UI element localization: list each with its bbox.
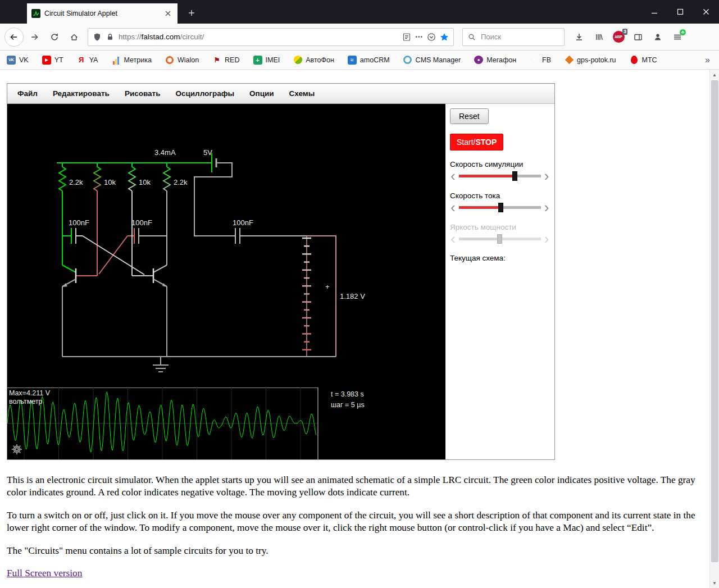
- bookmark-label: RED: [225, 56, 239, 64]
- avtofon-favicon: [293, 56, 302, 65]
- increase-arrow[interactable]: ›: [544, 170, 550, 181]
- scroll-up-arrow[interactable]: ▲: [710, 70, 719, 79]
- account-person-icon: [653, 33, 662, 42]
- resistor-10k-left[interactable]: [94, 167, 101, 191]
- menu-scopes[interactable]: Осциллографы: [175, 89, 234, 98]
- bookmark-facebook[interactable]: fFB: [530, 56, 551, 65]
- menu-edit[interactable]: Редактировать: [53, 89, 110, 98]
- bookmark-vk[interactable]: VKVK: [7, 56, 29, 65]
- article-paragraph-3: The "Circuits" menu contains a lot of sa…: [7, 545, 700, 557]
- reset-button[interactable]: Reset: [450, 108, 489, 124]
- new-tab-button[interactable]: [183, 4, 200, 21]
- window-controls: [641, 0, 719, 24]
- extension-badge-count: 3: [622, 29, 627, 35]
- scroll-down-arrow[interactable]: ▼: [710, 578, 719, 587]
- bookmark-wialon[interactable]: Wialon: [165, 56, 199, 65]
- simulation-speed-thumb[interactable]: [512, 171, 517, 181]
- bookmark-label: FB: [542, 56, 551, 64]
- capacitor-label: 100nF: [69, 218, 89, 227]
- bookmarks-overflow-button[interactable]: »: [705, 55, 712, 65]
- browser-tab[interactable]: Circuit Simulator Applet: [27, 3, 178, 24]
- decrease-arrow[interactable]: ‹: [450, 170, 456, 181]
- downloads-button[interactable]: [571, 29, 588, 45]
- output-load[interactable]: [302, 236, 336, 357]
- voltage-source[interactable]: [194, 158, 235, 236]
- menu-draw[interactable]: Рисовать: [125, 89, 161, 98]
- circuit-schematic: 3.4mA 5V 2.2k 10k 10k 2.2k 100nF 100nF 1…: [7, 104, 445, 388]
- scrollbar-thumb[interactable]: [711, 80, 718, 562]
- bookmark-gps-potok[interactable]: gps-potok.ru: [565, 56, 616, 65]
- resistor-2.2k-right[interactable]: [163, 167, 170, 191]
- imei-favicon: +: [253, 56, 262, 65]
- vertical-scrollbar[interactable]: ▲ ▼: [709, 70, 719, 588]
- wialon-favicon: [165, 56, 174, 65]
- maximize-button[interactable]: [667, 0, 693, 24]
- tracking-protection-shield-icon: [93, 33, 102, 42]
- oscilloscope[interactable]: Max=4.211 V вольтметр t = 3.983 s шаг = …: [7, 388, 445, 459]
- scope-time-value: t = 3.983 s: [331, 390, 364, 398]
- bookmark-mts[interactable]: МТС: [630, 56, 657, 65]
- bookmark-red[interactable]: ⚑RED: [212, 56, 239, 65]
- bookmark-label: МТС: [642, 56, 657, 64]
- search-input[interactable]: [480, 32, 559, 42]
- bookmark-imei[interactable]: +IMEI: [253, 56, 280, 65]
- minimize-button[interactable]: [641, 0, 667, 24]
- bookmark-megafon[interactable]: ●Мегафон: [474, 56, 516, 64]
- sidebar-button[interactable]: [630, 29, 647, 45]
- menu-file[interactable]: Файл: [17, 89, 38, 98]
- simulation-control-panel: Reset Start/STOP Скорость симуляции ‹ › …: [445, 104, 554, 459]
- account-button[interactable]: [649, 29, 666, 45]
- menu-options[interactable]: Опции: [249, 89, 274, 98]
- tab-favicon: [31, 9, 40, 18]
- extension-button[interactable]: АВР 3: [610, 29, 627, 45]
- increase-arrow[interactable]: ›: [544, 202, 550, 213]
- url-scheme: https://: [119, 33, 142, 41]
- current-speed-thumb[interactable]: [498, 203, 503, 212]
- resistor-10k-right[interactable]: [129, 167, 135, 191]
- menu-circuits[interactable]: Схемы: [289, 89, 315, 98]
- page-actions-icon[interactable]: •••: [415, 34, 423, 40]
- current-speed-track[interactable]: [459, 206, 541, 209]
- download-icon: [575, 33, 584, 42]
- resistor-label: 2.2k: [69, 178, 83, 186]
- voltmeter-plus-label: +: [325, 282, 330, 291]
- page-article: This is an electronic circuit simulator.…: [7, 474, 719, 580]
- bookmark-label: YA: [89, 56, 98, 64]
- power-brightness-thumb: [497, 234, 502, 244]
- bookmark-metrika[interactable]: Метрика: [111, 56, 151, 65]
- back-button[interactable]: [4, 28, 24, 47]
- bookmark-star-icon[interactable]: [440, 33, 449, 42]
- bookmark-amocrm[interactable]: ≈amoCRM: [348, 56, 390, 65]
- bookmark-label: VK: [19, 56, 29, 64]
- bookmark-cms-manager[interactable]: CMS Manager: [403, 56, 461, 65]
- pocket-icon[interactable]: [427, 33, 436, 42]
- search-icon: [467, 33, 476, 42]
- base2-wires: [76, 191, 153, 276]
- full-screen-version-link[interactable]: Full Screen version: [7, 567, 82, 580]
- simulation-speed-track[interactable]: [459, 175, 541, 177]
- circuit-canvas[interactable]: 3.4mA 5V 2.2k 10k 10k 2.2k 100nF 100nF 1…: [7, 104, 445, 459]
- menu-button[interactable]: [669, 29, 686, 45]
- scope-settings-gear-icon[interactable]: [12, 444, 22, 454]
- voltmeter-reading: 1.182 V: [340, 292, 365, 300]
- red-favicon: ⚑: [212, 56, 221, 65]
- decrease-arrow[interactable]: ‹: [450, 202, 456, 213]
- bookmark-yandex[interactable]: ЯYA: [77, 56, 98, 65]
- bookmark-youtube[interactable]: YT: [42, 56, 63, 65]
- reader-mode-icon[interactable]: [402, 33, 411, 42]
- start-label: Start/: [457, 138, 475, 147]
- lock-icon: [106, 33, 115, 42]
- bookmark-avtofon[interactable]: АвтоФон: [293, 56, 334, 65]
- gps-potok-favicon: [565, 56, 574, 65]
- search-bar[interactable]: [462, 28, 565, 46]
- library-button[interactable]: [590, 29, 607, 45]
- reload-button[interactable]: [46, 29, 63, 45]
- close-window-button[interactable]: [693, 0, 719, 24]
- url-bar[interactable]: https://falstad.com/circuit/ •••: [88, 28, 454, 46]
- tab-close-button[interactable]: [163, 8, 173, 19]
- start-stop-button[interactable]: Start/STOP: [450, 134, 503, 151]
- resistor-2.2k-left[interactable]: [59, 167, 66, 191]
- applet-menubar: Файл Редактировать Рисовать Осциллографы…: [7, 84, 554, 104]
- home-button[interactable]: [66, 29, 83, 45]
- forward-button[interactable]: [26, 29, 43, 45]
